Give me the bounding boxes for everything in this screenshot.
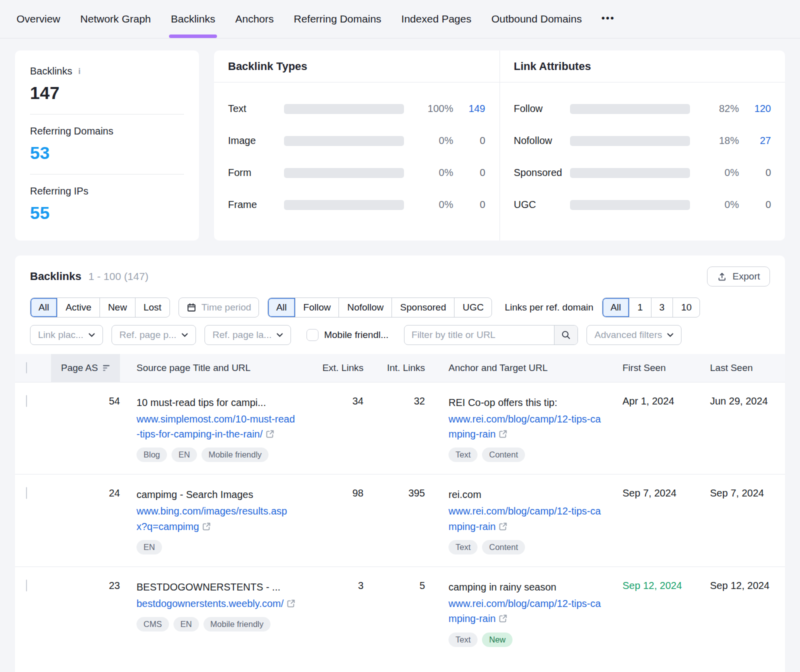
bar-track <box>284 200 404 210</box>
badge: Content <box>482 448 525 462</box>
referring-ips-metric: Referring IPs 55 <box>30 186 184 234</box>
attr-filter-ugc[interactable]: UGC <box>454 298 492 317</box>
column-header-page-as[interactable]: Page AS <box>51 362 120 374</box>
attr-filter-sponsored[interactable]: Sponsored <box>392 298 454 317</box>
source-page-url[interactable]: www.simplemost.com/10-must-read-tips-for… <box>136 412 298 442</box>
url-text: bestdogownerstents.weebly.com/ <box>136 598 284 609</box>
time-period-button[interactable]: Time period <box>178 298 260 318</box>
external-link-icon[interactable] <box>286 599 296 608</box>
attr-filter-all[interactable]: All <box>268 298 294 317</box>
target-url[interactable]: www.rei.com/blog/camp/12-tips-camping-ra… <box>448 412 602 442</box>
bar-track <box>570 136 690 146</box>
source-page-url[interactable]: bestdogownerstents.weebly.com/ <box>136 596 298 611</box>
first-seen-date: Sep 12, 2024 <box>622 567 710 659</box>
badge: Content <box>482 540 525 554</box>
mobile-friendly-checkbox[interactable] <box>306 329 318 341</box>
bar-label: Text <box>228 103 284 114</box>
ref-page-platform-dropdown[interactable]: Ref. page p... <box>112 325 196 345</box>
ext-links-value: 34 <box>320 382 368 474</box>
ext-links-value: 98 <box>320 474 368 567</box>
attr-filter-follow[interactable]: Follow <box>295 298 339 317</box>
search-icon <box>561 330 571 340</box>
export-label: Export <box>732 271 760 282</box>
status-filter-all[interactable]: All <box>30 298 57 317</box>
external-link-icon[interactable] <box>498 614 508 623</box>
external-link-icon[interactable] <box>202 522 211 531</box>
referring-ips-metric-value[interactable]: 55 <box>30 203 184 223</box>
badge: Blog <box>136 448 167 462</box>
title-url-filter-input[interactable] <box>404 326 554 344</box>
status-filter-active[interactable]: Active <box>57 298 100 317</box>
select-all-checkbox[interactable] <box>26 362 27 374</box>
links-per-domain-10[interactable]: 10 <box>672 298 700 317</box>
table-row: 23 BESTDOGOWNERSTENTS - ... bestdogowner… <box>15 567 785 659</box>
chevron-down-icon <box>88 333 95 337</box>
column-header-source: Source page Title and URL <box>120 354 320 382</box>
tab-referring-domains[interactable]: Referring Domains <box>294 0 382 38</box>
bar-label: Form <box>228 167 284 178</box>
source-page-title: 10 must-read tips for campi... <box>136 396 298 410</box>
bar-count: 0 <box>454 135 486 146</box>
table-row: 54 10 must-read tips for campi... www.si… <box>15 382 785 474</box>
bar-track <box>570 104 690 114</box>
divider <box>30 114 184 114</box>
column-header-ext-links: Ext. Links <box>320 354 368 382</box>
bar-percent: 0% <box>690 167 740 178</box>
links-per-domain-group: All 1 3 10 <box>602 298 700 318</box>
source-page-title: BESTDOGOWNERSTENTS - ... <box>136 580 298 594</box>
bar-label: Sponsored <box>514 167 570 178</box>
external-link-icon[interactable] <box>266 430 274 438</box>
links-per-domain-1[interactable]: 1 <box>629 298 651 317</box>
links-per-domain-all[interactable]: All <box>602 298 629 317</box>
table-header-row: Page AS Source page Title and URL Ext. L… <box>15 354 785 382</box>
sort-descending-icon <box>103 364 110 372</box>
time-period-label: Time period <box>202 302 252 313</box>
bar-count-link[interactable]: 120 <box>739 103 771 114</box>
page-as-value: 23 <box>51 567 120 659</box>
bar-label: Follow <box>514 103 570 114</box>
row-checkbox[interactable] <box>26 395 27 407</box>
external-link-icon[interactable] <box>498 522 508 531</box>
status-filter-lost[interactable]: Lost <box>135 298 170 317</box>
backlinks-metric-label: Backlinks <box>30 66 72 77</box>
search-button[interactable] <box>554 326 578 344</box>
ref-page-platform-label: Ref. page p... <box>120 330 176 340</box>
source-page-url[interactable]: www.bing.com/images/results.aspx?q=campi… <box>136 504 298 534</box>
more-tabs-icon[interactable]: ••• <box>602 12 615 26</box>
external-link-icon[interactable] <box>498 430 508 438</box>
export-button[interactable]: Export <box>707 266 770 286</box>
source-page-title: campimg - Search Images <box>136 488 298 502</box>
info-icon[interactable]: i <box>78 66 80 76</box>
new-badge: New <box>482 632 512 647</box>
last-seen-date: Sep 12, 2024 <box>710 567 785 659</box>
status-filter-new[interactable]: New <box>100 298 135 317</box>
links-per-domain-3[interactable]: 3 <box>651 298 673 317</box>
int-links-value: 395 <box>368 474 425 567</box>
attr-filter-nofollow[interactable]: Nofollow <box>338 298 392 317</box>
tab-backlinks[interactable]: Backlinks <box>170 0 216 38</box>
referring-domains-metric-value[interactable]: 53 <box>30 143 184 163</box>
badge: Text <box>448 448 478 462</box>
bar-count-link[interactable]: 149 <box>454 103 486 114</box>
bar-count-link[interactable]: 27 <box>739 135 771 146</box>
advanced-filters-dropdown[interactable]: Advanced filters <box>586 325 682 345</box>
tab-network-graph[interactable]: Network Graph <box>80 0 152 38</box>
link-attributes-title: Link Attributes <box>500 50 786 82</box>
bar-count: 0 <box>739 199 771 210</box>
tab-indexed-pages[interactable]: Indexed Pages <box>401 0 472 38</box>
target-url[interactable]: www.rei.com/blog/camp/12-tips-camping-ra… <box>448 504 602 534</box>
tab-overview[interactable]: Overview <box>16 0 61 38</box>
ext-links-value: 3 <box>320 567 368 659</box>
row-checkbox[interactable] <box>26 580 27 592</box>
ref-page-language-dropdown[interactable]: Ref. page la... <box>204 325 291 345</box>
badge: Text <box>448 632 478 647</box>
link-placement-dropdown[interactable]: Link plac... <box>30 325 103 345</box>
target-url[interactable]: www.rei.com/blog/camp/12-tips-camping-ra… <box>448 596 602 626</box>
tab-outbound-domains[interactable]: Outbound Domains <box>491 0 582 38</box>
backlink-types-panel: Backlink Types Text 100% 149 Image 0% 0 … <box>214 50 500 240</box>
first-seen-date: Apr 1, 2024 <box>622 382 710 474</box>
links-per-domain-label: Links per ref. domain <box>504 302 593 313</box>
referring-ips-metric-label: Referring IPs <box>30 186 88 197</box>
row-checkbox[interactable] <box>26 487 27 499</box>
tab-anchors[interactable]: Anchors <box>234 0 274 38</box>
